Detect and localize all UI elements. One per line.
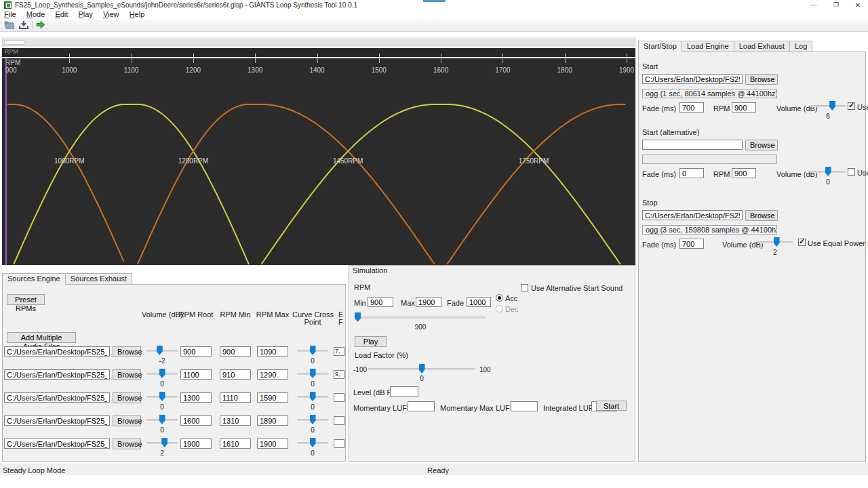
dec-radio[interactable]: [496, 305, 503, 312]
fade-input[interactable]: [467, 297, 491, 307]
import-icon[interactable]: [18, 20, 31, 30]
menu-mode[interactable]: Mode: [22, 10, 50, 20]
source-path-input[interactable]: [4, 392, 110, 403]
tab-sources-exhaust[interactable]: Sources Exhaust: [66, 273, 132, 285]
tab-start-stop[interactable]: Start/Stop: [638, 41, 682, 52]
preset-rpms-button[interactable]: Preset RPMs: [7, 294, 45, 305]
rpm-max-input[interactable]: [257, 369, 288, 380]
rpm-root-input[interactable]: [180, 346, 212, 357]
volume-slider[interactable]: [146, 391, 178, 402]
curve-cross-slider[interactable]: [297, 368, 328, 379]
rpm-min-input[interactable]: [220, 415, 251, 426]
start-path-input[interactable]: [642, 74, 743, 84]
momentary-max-lufs-input[interactable]: [511, 401, 538, 411]
menu-file[interactable]: File: [0, 10, 20, 20]
source-path-input[interactable]: [4, 415, 110, 426]
stop-fade-label: Fade (ms): [642, 241, 676, 249]
rpm-min-input[interactable]: [220, 439, 251, 449]
load-factor-slider[interactable]: [368, 363, 475, 374]
rpm-max-input[interactable]: [257, 346, 288, 357]
start-alt-fade-input[interactable]: [679, 168, 704, 178]
source-path-input[interactable]: [4, 369, 110, 380]
rpm-max-input[interactable]: [257, 392, 288, 403]
start-alt-volume-slider[interactable]: [810, 166, 846, 177]
clipped-cell[interactable]: [334, 393, 344, 402]
browse-button[interactable]: Browse: [745, 74, 778, 85]
stop-use-equal-power-checkbox[interactable]: [798, 239, 806, 246]
rpm-root-input[interactable]: [180, 415, 212, 426]
start-alt-use-checkbox[interactable]: [848, 168, 855, 176]
curve-cross-slider[interactable]: [297, 345, 328, 356]
menu-help[interactable]: Help: [125, 10, 149, 20]
volume-slider[interactable]: [146, 368, 178, 379]
start-rpm-input[interactable]: [732, 102, 756, 113]
close-button[interactable]: ✕: [848, 0, 868, 10]
rpm-min-input[interactable]: [368, 297, 393, 307]
source-path-input[interactable]: [4, 346, 110, 357]
browse-button[interactable]: Browse: [113, 415, 141, 426]
clipped-cell[interactable]: 9,: [334, 370, 344, 379]
curve-cross-slider[interactable]: [297, 437, 328, 448]
browse-button[interactable]: Browse: [113, 346, 141, 357]
rpm-min-input[interactable]: [220, 392, 251, 403]
start-use-checkbox[interactable]: [848, 102, 855, 110]
browse-button[interactable]: Browse: [745, 210, 778, 221]
load-min-label: -100: [353, 366, 367, 373]
run-icon[interactable]: [36, 20, 48, 30]
source-path-input[interactable]: [4, 439, 110, 449]
cross-point-label: 1200RPM: [178, 157, 208, 165]
curve-cross-slider[interactable]: [297, 414, 328, 425]
minimize-button[interactable]: —: [804, 0, 824, 10]
acc-radio[interactable]: [496, 294, 503, 302]
tab-load-engine[interactable]: Load Engine: [682, 41, 734, 52]
start-fade-input[interactable]: [679, 102, 704, 113]
stop-path-input[interactable]: [642, 210, 743, 220]
rpm-max-input[interactable]: [416, 297, 441, 307]
curve-cross-slider[interactable]: [297, 391, 328, 402]
rpm-cursor-line[interactable]: [5, 58, 7, 265]
rpm-root-input[interactable]: [180, 392, 212, 403]
start-alt-rpm-input[interactable]: [732, 168, 756, 178]
tab-log[interactable]: Log: [790, 41, 812, 52]
stop-fade-input[interactable]: [679, 239, 704, 249]
rpm-min-input[interactable]: [220, 346, 251, 357]
browse-button[interactable]: Browse: [113, 369, 141, 380]
play-button[interactable]: Play: [355, 336, 387, 347]
stop-volume-slider[interactable]: [757, 237, 793, 247]
tab-sources-engine[interactable]: Sources Engine: [2, 273, 66, 285]
start-volume-slider[interactable]: [810, 100, 846, 111]
menu-play[interactable]: Play: [74, 10, 96, 20]
rpm-max-input[interactable]: [257, 415, 288, 426]
status-bar: Steady Loop Mode Ready: [0, 464, 868, 475]
open-folder-icon[interactable]: [4, 20, 16, 30]
volume-slider[interactable]: [146, 437, 178, 448]
rpm-slider[interactable]: [355, 312, 486, 323]
level-input[interactable]: [390, 386, 418, 396]
clipped-cell[interactable]: 7,: [334, 347, 344, 356]
maximize-button[interactable]: ❐: [826, 0, 846, 10]
menu-view[interactable]: View: [99, 10, 123, 20]
use-alternative-start-checkbox[interactable]: [521, 284, 528, 291]
rpm-curve-chart[interactable]: RPM 100011001200130014001500160017001800…: [2, 58, 635, 265]
rpm-min-input[interactable]: [220, 369, 251, 380]
clipped-cell[interactable]: [334, 416, 344, 425]
volume-slider[interactable]: [146, 414, 178, 425]
rpm-root-input[interactable]: [180, 369, 212, 380]
rpm-max-input[interactable]: [257, 439, 288, 449]
tab-load-exhaust[interactable]: Load Exhaust: [734, 41, 790, 52]
clipped-cell[interactable]: [334, 439, 344, 448]
chart-overview-ruler[interactable]: RPM: [2, 47, 635, 58]
rpm-root-input[interactable]: [180, 439, 212, 449]
start-alt-path-input[interactable]: [642, 140, 743, 150]
menu-edit[interactable]: Edit: [51, 10, 72, 20]
browse-button[interactable]: Browse: [113, 439, 141, 449]
lufs-start-button[interactable]: Start: [596, 401, 627, 411]
volume-slider[interactable]: [146, 345, 178, 356]
browse-button[interactable]: Browse: [745, 140, 778, 150]
scrollbar-handle[interactable]: [4, 40, 24, 45]
momentary-lufs-input[interactable]: [408, 401, 435, 411]
add-multiple-audio-files-button[interactable]: Add Multiple Audio Files: [7, 332, 76, 343]
chart-horizontal-scrollbar[interactable]: [2, 39, 635, 46]
momentary-max-lufs-label: Momentary Max LUFS: [440, 404, 515, 412]
browse-button[interactable]: Browse: [113, 392, 141, 403]
